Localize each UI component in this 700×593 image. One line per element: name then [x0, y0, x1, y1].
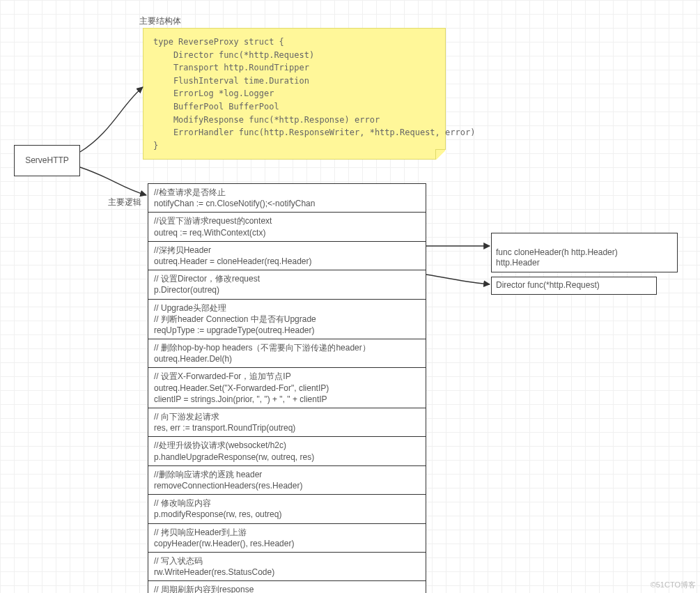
servehttp-box: ServeHTTP — [14, 145, 80, 176]
step-10-text: // 修改响应内容 p.modifyResponse(rw, res, outr… — [154, 498, 281, 519]
step-0: //检查请求是否终止 notifyChan := cn.CloseNotify(… — [148, 183, 426, 213]
step-12: // 写入状态码 rw.WriteHeader(res.StatusCode) — [148, 552, 426, 581]
step-0-text: //检查请求是否终止 notifyChan := cn.CloseNotify(… — [154, 187, 315, 208]
step-8-text: //处理升级协议请求(websocket/h2c) p.handleUpgrad… — [154, 440, 314, 461]
director-box: Director func(*http.Request) — [491, 277, 657, 295]
step-10: // 修改响应内容 p.modifyResponse(rw, res, outr… — [148, 494, 426, 523]
step-5-text: // 删除hop-by-hop headers（不需要向下游传递的header）… — [154, 343, 371, 364]
step-3: // 设置Director，修改request p.Director(outre… — [148, 270, 426, 299]
watermark: ©51CTO博客 — [651, 580, 696, 590]
steps-stack: //检查请求是否终止 notifyChan := cn.CloseNotify(… — [148, 183, 426, 593]
director-text: Director func(*http.Request) — [496, 280, 600, 290]
step-7-text: // 向下游发起请求 res, err := transport.RoundTr… — [154, 412, 295, 433]
step-9: //删除响应请求的逐跳 header removeConnectionHeade… — [148, 465, 426, 495]
clone-header-text: func cloneHeader(h http.Header) http.Hea… — [496, 247, 618, 268]
step-1-text: //设置下游请求request的context outreq := req.Wi… — [154, 216, 272, 237]
servehttp-label: ServeHTTP — [25, 155, 69, 167]
step-11-text: // 拷贝响应Header到上游 copyHeader(rw.Header(),… — [154, 527, 294, 548]
clone-header-box: func cloneHeader(h http.Header) http.Hea… — [491, 233, 678, 272]
step-13: // 周期刷新内容到response p.copyResponse(rw, re… — [148, 580, 426, 593]
step-6: // 设置X-Forwarded-For，追加节点IP outreq.Heade… — [148, 367, 426, 408]
struct-code-note: type ReverseProxy struct { Director func… — [143, 28, 446, 160]
step-6-text: // 设置X-Forwarded-For，追加节点IP outreq.Heade… — [154, 371, 329, 403]
struct-code-text: type ReverseProxy struct { Director func… — [153, 37, 475, 151]
step-13-text: // 周期刷新内容到response p.copyResponse(rw, re… — [154, 585, 358, 593]
logic-title: 主要逻辑 — [108, 197, 141, 208]
step-7: // 向下游发起请求 res, err := transport.RoundTr… — [148, 408, 426, 437]
step-5: // 删除hop-by-hop headers（不需要向下游传递的header）… — [148, 339, 426, 368]
step-3-text: // 设置Director，修改request p.Director(outre… — [154, 274, 260, 295]
step-11: // 拷贝响应Header到上游 copyHeader(rw.Header(),… — [148, 523, 426, 553]
step-1: //设置下游请求request的context outreq := req.Wi… — [148, 212, 426, 241]
step-2: //深拷贝Header outreq.Header = cloneHeader(… — [148, 241, 426, 270]
step-9-text: //删除响应请求的逐跳 header removeConnectionHeade… — [154, 470, 302, 491]
struct-title: 主要结构体 — [139, 15, 181, 27]
step-2-text: //深拷贝Header outreq.Header = cloneHeader(… — [154, 245, 311, 266]
step-4: // Upgrade头部处理 // 判断header Connection 中是… — [148, 299, 426, 340]
step-12-text: // 写入状态码 rw.WriteHeader(res.StatusCode) — [154, 556, 274, 577]
step-8: //处理升级协议请求(websocket/h2c) p.handleUpgrad… — [148, 436, 426, 465]
step-4-text: // Upgrade头部处理 // 判断header Connection 中是… — [154, 303, 316, 335]
